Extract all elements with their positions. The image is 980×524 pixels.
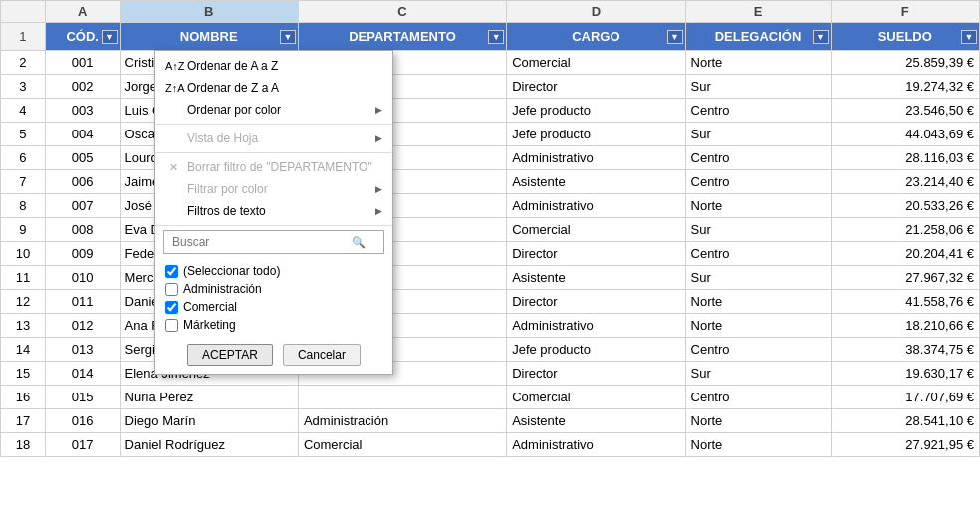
- deleg-cell: Norte: [685, 409, 831, 433]
- cod-cell: 011: [45, 290, 120, 314]
- corner-cell: [1, 1, 46, 23]
- nombre-filter-btn[interactable]: ▼: [280, 30, 296, 44]
- deleg-cell: Sur: [685, 75, 831, 99]
- filter-color-item: Filtrar por color: [155, 178, 392, 200]
- table-row: 15014Elena JiménezDirectorSur19.630,17 €: [1, 362, 980, 386]
- checkbox-marketing[interactable]: Márketing: [165, 316, 382, 334]
- row-number: 3: [1, 75, 46, 99]
- table-row: 18017Daniel RodríguezComercialAdministra…: [1, 433, 980, 457]
- table-row: 13012Ana RodríguezAdministrativoNorte18.…: [1, 314, 980, 338]
- checkbox-marketing-input[interactable]: [165, 319, 178, 332]
- table-row: 6005Lourdes YepAdministrativoCentro28.11…: [1, 146, 980, 170]
- row-number: 16: [1, 386, 46, 409]
- deleg-cell: Norte: [685, 314, 831, 338]
- cargo-cell: Jefe producto: [507, 123, 685, 146]
- nombre-cell: Daniel Rodríguez: [120, 433, 298, 457]
- cargo-cell: Director: [507, 242, 685, 266]
- table-row: 9008Eva DuqueComercialSur21.258,06 €: [1, 218, 980, 242]
- deleg-cell: Centro: [685, 146, 831, 170]
- sueldo-cell: 28.541,10 €: [831, 409, 980, 433]
- row-number: 14: [1, 338, 46, 362]
- cod-cell: 003: [45, 99, 120, 123]
- sueldo-cell: 19.630,17 €: [831, 362, 980, 386]
- cargo-cell: Director: [507, 362, 685, 386]
- cargo-cell: Director: [507, 75, 685, 99]
- table-row: 17016Diego MarínAdministraciónAsistenteN…: [1, 409, 980, 433]
- table-row: 11010Merche TorreAsistenteSur27.967,32 €: [1, 266, 980, 290]
- col-nombre-header: NOMBRE ▼: [120, 23, 298, 51]
- data-grid: A B C D E F 1 CÓD. ▼ NOMBRE ▼ DEPART: [0, 0, 980, 457]
- cargo-cell: Comercial: [507, 386, 685, 409]
- aceptar-button[interactable]: ACEPTAR: [187, 344, 273, 366]
- table-row: 14013Sergio GalincJefe productoCentro38.…: [1, 338, 980, 362]
- sueldo-filter-btn[interactable]: ▼: [961, 30, 977, 44]
- deleg-cell: Centro: [685, 242, 831, 266]
- col-header-b: B: [120, 1, 298, 23]
- deleg-cell: Norte: [685, 290, 831, 314]
- checkbox-comercial-input[interactable]: [165, 301, 178, 314]
- cargo-cell: Asistente: [507, 266, 685, 290]
- deleg-cell: Centro: [685, 99, 831, 123]
- search-box-wrap: 🔍: [163, 230, 384, 254]
- cod-cell: 004: [45, 123, 120, 146]
- deleg-filter-btn[interactable]: ▼: [813, 30, 829, 44]
- checkbox-list: (Seleccionar todo) Administración Comerc…: [155, 258, 392, 338]
- cargo-cell: Asistente: [507, 170, 685, 194]
- sueldo-cell: 17.707,69 €: [831, 386, 980, 409]
- sort-za-icon: Z↑A: [165, 82, 181, 94]
- cancelar-button[interactable]: Cancelar: [283, 344, 361, 366]
- deleg-cell: Norte: [685, 433, 831, 457]
- cargo-cell: Jefe producto: [507, 338, 685, 362]
- cod-filter-btn[interactable]: ▼: [102, 30, 118, 44]
- depto-cell: Comercial: [298, 433, 506, 457]
- cargo-cell: Asistente: [507, 409, 685, 433]
- table-row: 12011Daniel AlvaraDirectorNorte41.558,76…: [1, 290, 980, 314]
- sort-za-item[interactable]: Z↑A Ordenar de Z a A: [155, 77, 392, 99]
- cargo-cell: Director: [507, 290, 685, 314]
- cargo-filter-btn[interactable]: ▼: [667, 30, 683, 44]
- row-number: 12: [1, 290, 46, 314]
- cargo-cell: Administrativo: [507, 433, 685, 457]
- checkbox-select-all-input[interactable]: [165, 265, 178, 278]
- clear-filter-item: ✕ Borrar filtro de "DEPARTAMENTO": [155, 156, 392, 178]
- row-number: 15: [1, 362, 46, 386]
- table-row: 5004Oscar GómezJefe productoSur44.043,69…: [1, 123, 980, 146]
- search-icon: 🔍: [352, 236, 366, 249]
- nombre-cell: Nuria Pérez: [120, 386, 298, 409]
- sort-color-item[interactable]: Ordenar por color: [155, 99, 392, 121]
- checkbox-administracion-input[interactable]: [165, 283, 178, 296]
- row-number: 4: [1, 99, 46, 123]
- col-depto-header: DEPARTAMENTO ▼: [298, 23, 506, 51]
- depto-cell: [298, 386, 506, 409]
- table-row: 2001Cristina MartComercialNorte25.859,39…: [1, 51, 980, 75]
- sort-az-item[interactable]: A↑Z Ordenar de A a Z: [155, 55, 392, 77]
- row-number: 6: [1, 146, 46, 170]
- col-cargo-header: CARGO ▼: [507, 23, 685, 51]
- checkbox-comercial[interactable]: Comercial: [165, 298, 382, 316]
- checkbox-administracion[interactable]: Administración: [165, 280, 382, 298]
- col-header-a: A: [45, 1, 120, 23]
- col-header-d: D: [507, 1, 685, 23]
- nombre-cell: Diego Marín: [120, 409, 298, 433]
- col-header-f: F: [831, 1, 980, 23]
- depto-filter-btn[interactable]: ▼: [488, 30, 504, 44]
- table-row: 10009Federico GarDirectorCentro20.204,41…: [1, 242, 980, 266]
- row-number: 9: [1, 218, 46, 242]
- cod-cell: 008: [45, 218, 120, 242]
- deleg-cell: Sur: [685, 266, 831, 290]
- table-row: 3002Jorge RicoDirectorSur19.274,32 €: [1, 75, 980, 99]
- table-row: 16015Nuria PérezComercialCentro17.707,69…: [1, 386, 980, 409]
- deleg-cell: Centro: [685, 170, 831, 194]
- col-header-e: E: [685, 1, 831, 23]
- header-row-num: 1: [1, 23, 46, 51]
- row-number: 13: [1, 314, 46, 338]
- cargo-cell: Administrativo: [507, 146, 685, 170]
- cargo-cell: Comercial: [507, 51, 685, 75]
- view-sheet-item: Vista de Hoja: [155, 128, 392, 149]
- deleg-cell: Sur: [685, 218, 831, 242]
- filter-text-item[interactable]: Filtros de texto: [155, 200, 392, 222]
- search-input[interactable]: [172, 235, 352, 249]
- checkbox-select-all[interactable]: (Seleccionar todo): [165, 262, 382, 280]
- cargo-cell: Administrativo: [507, 314, 685, 338]
- col-sueldo-header: SUELDO ▼: [831, 23, 980, 51]
